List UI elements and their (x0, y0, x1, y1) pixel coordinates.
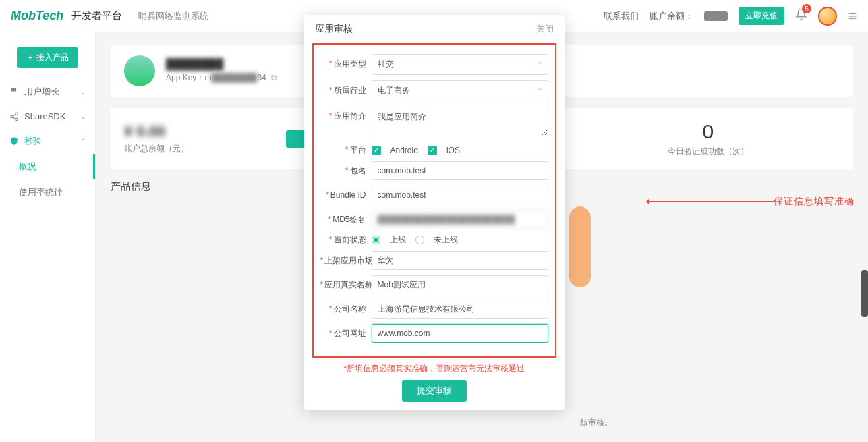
checkbox-android[interactable]: ✓ (372, 146, 381, 155)
label-md5: MD5签名 (332, 215, 366, 224)
submit-review-button[interactable]: 提交审核 (402, 380, 467, 402)
scrollbar-thumb[interactable] (861, 270, 868, 317)
textarea-intro[interactable] (372, 107, 548, 136)
label-market: 上架应用市场 (324, 256, 373, 265)
select-app-type[interactable]: 社交 (372, 54, 548, 75)
checkbox-ios-label: iOS (446, 146, 460, 155)
input-market[interactable] (372, 251, 548, 270)
label-status: 当前状态 (334, 235, 366, 244)
callout-text: 保证信息填写准确 (774, 196, 855, 208)
select-industry[interactable]: 电子商务 (372, 80, 548, 101)
footer-hint-text: 核审核。 (580, 417, 612, 429)
label-real-name: 应用真实名称 (324, 280, 373, 289)
label-company: 公司名称 (334, 304, 366, 314)
label-app-type: 应用类型 (334, 59, 366, 69)
app-review-modal: 应用审核 关闭 *应用类型 社交 *所属行业 电子商务 *应用简介 *平台 ✓A… (304, 15, 565, 410)
form-warning-note: *所填信息必须真实准确，否则运营商无法审核通过 (304, 363, 565, 375)
label-package: 包名 (350, 166, 366, 175)
label-bundle-id: Bundle ID (330, 190, 366, 200)
form-container: *应用类型 社交 *所属行业 电子商务 *应用简介 *平台 ✓Android ✓… (312, 43, 556, 358)
label-intro: 应用简介 (334, 111, 366, 121)
input-company[interactable] (372, 300, 548, 319)
label-website: 公司网址 (334, 329, 366, 338)
input-md5[interactable]: ████████████████████████ (372, 210, 548, 229)
radio-offline[interactable] (415, 236, 424, 244)
label-industry: 所属行业 (334, 86, 366, 95)
input-website[interactable] (372, 324, 548, 343)
input-bundle-id[interactable] (372, 186, 548, 204)
callout-arrow (647, 201, 775, 202)
checkbox-ios[interactable]: ✓ (428, 146, 437, 155)
checkbox-android-label: Android (390, 146, 418, 155)
radio-offline-label: 未上线 (434, 234, 458, 246)
radio-online[interactable] (372, 236, 380, 244)
label-platform: 平台 (350, 145, 366, 155)
input-package[interactable] (372, 161, 548, 180)
modal-title: 应用审核 (315, 23, 353, 35)
input-real-name[interactable] (372, 275, 548, 294)
modal-close-button[interactable]: 关闭 (536, 23, 554, 35)
radio-online-label: 上线 (390, 234, 406, 246)
